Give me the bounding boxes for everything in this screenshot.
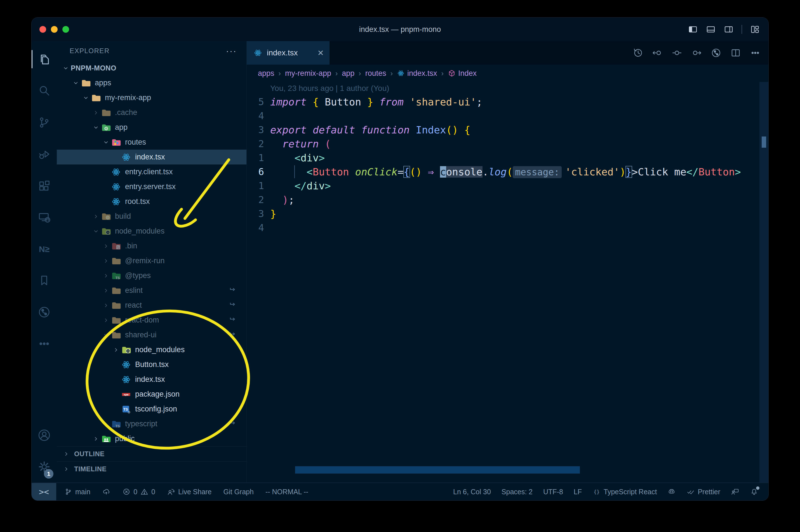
status-cursor-position[interactable]: Ln 6, Col 30 — [453, 488, 491, 496]
tree-item-app[interactable]: ⚙app — [57, 120, 246, 135]
status-git-graph[interactable]: Git Graph — [224, 488, 254, 496]
remote-indicator[interactable]: >< — [32, 483, 56, 500]
overview-ruler-cursor-marker — [762, 136, 766, 148]
feedback-icon — [731, 488, 739, 496]
status-formatter[interactable]: Prettier — [686, 488, 720, 496]
next-change-icon[interactable] — [691, 48, 702, 58]
zoom-window-button[interactable] — [62, 26, 69, 33]
close-window-button[interactable] — [39, 26, 46, 33]
tree-item-root-tsx[interactable]: root.tsx — [57, 194, 246, 209]
chevron-right-icon — [91, 435, 101, 443]
layout-sidebar-right-icon[interactable] — [724, 24, 734, 34]
status-problems[interactable]: 00 — [122, 488, 155, 496]
breadcrumb-item-routes[interactable]: routes — [365, 69, 386, 78]
tree-item-build[interactable]: build — [57, 209, 246, 224]
tree-item-index-tsx[interactable]: index.tsx — [57, 372, 246, 387]
activity-search-icon[interactable] — [32, 75, 57, 107]
tree-item-package-json[interactable]: npmpackage.json — [57, 387, 246, 402]
section-outline[interactable]: OUTLINE — [57, 446, 246, 461]
status-live-share[interactable]: Live Share — [167, 488, 212, 496]
layout-panel-icon[interactable] — [706, 24, 716, 34]
minimize-window-button[interactable] — [51, 26, 58, 33]
split-editor-icon[interactable] — [730, 48, 741, 58]
tree-item-entry-client-tsx[interactable]: entry.client.tsx — [57, 165, 246, 179]
status-encoding[interactable]: UTF-8 — [543, 488, 563, 496]
activity-remote-explorer-icon[interactable] — [32, 202, 57, 233]
breadcrumb-item-index-tsx[interactable]: index.tsx — [397, 69, 437, 78]
tree-item-entry-server-tsx[interactable]: entry.server.tsx — [57, 179, 246, 194]
prev-change-icon[interactable] — [652, 48, 663, 58]
tree-item-shared-ui[interactable]: shared-ui — [57, 327, 246, 342]
tree-item-react[interactable]: react — [57, 298, 246, 313]
breadcrumb-item-apps[interactable]: apps — [258, 69, 274, 78]
tree-item-my-remix-app[interactable]: my-remix-app — [57, 90, 246, 105]
breadcrumb-item-app[interactable]: app — [342, 69, 355, 78]
status-vim-mode[interactable]: -- NORMAL -- — [265, 488, 308, 496]
tree-item-index-tsx[interactable]: index.tsx — [57, 150, 246, 165]
change-icon[interactable] — [672, 48, 682, 58]
status-language-mode[interactable]: {}TypeScript React — [592, 488, 657, 496]
layout-grid-icon[interactable] — [750, 24, 760, 34]
tab-index-tsx[interactable]: index.tsx ✕ — [247, 41, 329, 64]
activity-extensions-icon[interactable] — [32, 170, 57, 202]
tree-item-typescript[interactable]: TStypescript — [57, 417, 246, 431]
line-number: 1 — [247, 180, 264, 191]
section-timeline[interactable]: TIMELINE — [57, 461, 246, 476]
file-tree: PNPM-MONOappsmy-remix-app.cache⚙approute… — [57, 61, 246, 446]
more-icon[interactable] — [750, 48, 761, 58]
tree-item-label: react-dom — [125, 316, 159, 324]
activity-more-icon[interactable] — [32, 328, 57, 359]
tree-item-apps[interactable]: apps — [57, 76, 246, 90]
titlebar-layout-controls — [688, 18, 760, 41]
tree-item--remix-run[interactable]: @remix-run — [57, 253, 246, 268]
explorer-more-actions[interactable]: ··· — [226, 50, 237, 52]
activity-accounts-icon[interactable] — [32, 419, 57, 451]
activity-explorer-icon[interactable] — [32, 43, 57, 75]
symlink-icon — [229, 419, 237, 429]
folder-app-icon: ⚙ — [101, 122, 111, 133]
vertical-scrollbar[interactable] — [759, 82, 768, 482]
tree-item-public[interactable]: public — [57, 431, 246, 446]
tree-item--types[interactable]: TS@types — [57, 268, 246, 283]
svg-text:N≥: N≥ — [39, 244, 50, 253]
code-text: return ( — [264, 138, 331, 150]
git-graph-icon[interactable] — [711, 48, 721, 58]
activity-run-debug-icon[interactable] — [32, 138, 57, 170]
status-eol[interactable]: LF — [574, 488, 582, 496]
activity-bookmarks-icon[interactable] — [32, 265, 57, 296]
horizontal-scrollbar[interactable] — [295, 466, 580, 474]
activity-source-control-icon[interactable] — [32, 107, 57, 138]
tree-item-node-modules[interactable]: JSnode_modules — [57, 224, 246, 239]
status-notifications[interactable] — [750, 488, 758, 496]
activity-git-graph-icon[interactable] — [32, 296, 57, 328]
activity-nx-console-icon[interactable]: N≥ — [32, 233, 57, 265]
status-label: main — [75, 488, 90, 496]
activity-settings-icon[interactable]: 1 — [32, 451, 57, 482]
breadcrumb-item-my-remix-app[interactable]: my-remix-app — [285, 69, 331, 78]
tree-item--cache[interactable]: .cache — [57, 105, 246, 120]
line-number: 1 — [247, 152, 264, 163]
status-indentation[interactable]: Spaces: 2 — [501, 488, 533, 496]
status-branch[interactable]: main — [64, 488, 90, 496]
tree-item-button-tsx[interactable]: Button.tsx — [57, 357, 246, 372]
breadcrumb-item-index[interactable]: Index — [448, 69, 477, 78]
layout-sidebar-left-icon[interactable] — [688, 24, 698, 34]
tree-item-routes[interactable]: routes — [57, 135, 246, 150]
tree-item-eslint[interactable]: eslint — [57, 283, 246, 298]
section-label: OUTLINE — [74, 450, 104, 458]
cloud-icon — [102, 488, 111, 496]
tree-item-react-dom[interactable]: react-dom — [57, 313, 246, 327]
tree-item-node-modules[interactable]: JSnode_modules — [57, 342, 246, 357]
status-copilot[interactable] — [667, 488, 676, 496]
status-sync[interactable] — [102, 488, 111, 496]
status-feedback[interactable] — [731, 488, 739, 496]
tree-item--bin[interactable]: 0110.bin — [57, 239, 246, 253]
react-icon — [121, 152, 131, 162]
history-icon[interactable] — [632, 48, 643, 58]
tree-item-tsconfig-json[interactable]: TS⚙tsconfig.json — [57, 402, 246, 417]
code-editor[interactable]: You, 23 hours ago | 1 author (You) 5impo… — [247, 82, 768, 482]
tree-item-pnpm-mono[interactable]: PNPM-MONO — [57, 61, 246, 76]
tree-item-label: react — [125, 301, 142, 310]
tab-close-icon[interactable]: ✕ — [318, 49, 324, 58]
chevron-right-icon — [61, 450, 71, 458]
